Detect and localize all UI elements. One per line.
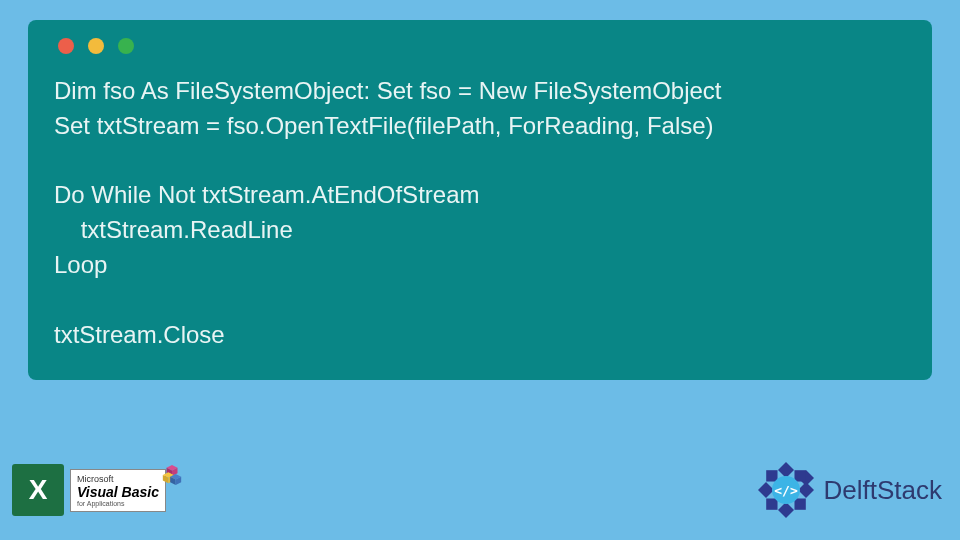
excel-icon (12, 464, 64, 516)
code-line: Loop (54, 251, 107, 278)
vb-subtitle: for Applications (77, 500, 159, 507)
brand-logo-group: </> DelftStack (754, 458, 943, 522)
code-line: txtStream.Close (54, 321, 225, 348)
svg-marker-9 (778, 462, 794, 478)
vb-cubes-icon (161, 464, 183, 486)
close-dot-icon (58, 38, 74, 54)
svg-marker-12 (798, 482, 814, 498)
svg-marker-14 (778, 502, 794, 518)
code-line: Do While Not txtStream.AtEndOfStream (54, 181, 479, 208)
vb-product-name: Visual Basic (77, 484, 159, 500)
footer: Microsoft Visual Basic for Applications (12, 458, 942, 522)
code-window: Dim fso As FileSystemObject: Set fso = N… (28, 20, 932, 380)
visual-basic-logo: Microsoft Visual Basic for Applications (70, 469, 166, 512)
code-line: Dim fso As FileSystemObject: Set fso = N… (54, 77, 722, 104)
code-line: txtStream.ReadLine (54, 216, 293, 243)
delftstack-icon: </> (754, 458, 818, 522)
brand-name: DelftStack (824, 475, 943, 506)
code-block: Dim fso As FileSystemObject: Set fso = N… (54, 74, 906, 352)
vb-company: Microsoft (77, 474, 159, 484)
left-logo-group: Microsoft Visual Basic for Applications (12, 464, 166, 516)
code-line: Set txtStream = fso.OpenTextFile(filePat… (54, 112, 714, 139)
window-controls (58, 38, 906, 54)
minimize-dot-icon (88, 38, 104, 54)
svg-marker-16 (758, 482, 774, 498)
maximize-dot-icon (118, 38, 134, 54)
svg-text:</>: </> (774, 483, 798, 498)
